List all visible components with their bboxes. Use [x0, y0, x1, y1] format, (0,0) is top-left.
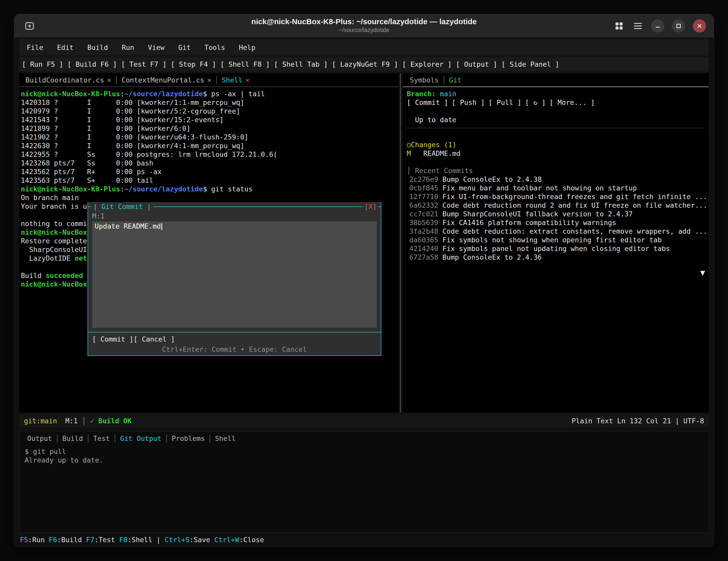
text-segment: succeeded	[46, 272, 83, 279]
text-segment: |	[156, 536, 165, 544]
terminal-pane[interactable]: nick@nick-NucBox-K8-Plus:~/source/lazydo…	[19, 87, 399, 413]
maximize-button[interactable]	[672, 19, 685, 33]
tab-separator: │	[207, 434, 213, 442]
close-button[interactable]	[693, 19, 706, 33]
toolbar-button[interactable]: [ Side Panel ]	[501, 60, 559, 68]
main-split: BuildCoordinator.cs×│ContextMenuPortal.c…	[19, 73, 709, 413]
tab-close-icon[interactable]: ×	[107, 76, 111, 84]
toolbar-button[interactable]: [ Shell F8 ]	[220, 60, 270, 68]
commit-message-input[interactable]: Update README.md	[92, 221, 377, 328]
tab-separator: │	[112, 434, 117, 442]
tab-close-icon[interactable]: ×	[207, 76, 212, 84]
menu-item-file[interactable]: File	[20, 44, 50, 51]
commit-item[interactable]: 6727a58 Bump ConsoleEx to 2.4.36	[407, 253, 709, 262]
side-tab-git[interactable]: Git	[446, 76, 464, 84]
hamburger-menu-button[interactable]	[632, 20, 643, 32]
menu-item-run[interactable]: Run	[115, 44, 141, 51]
dialog-close-button[interactable]: [X]	[363, 202, 378, 211]
commit-item[interactable]: da60365 Fix symbols not showing when ope…	[407, 236, 709, 244]
toolbar-button[interactable]: [ Test F7 ]	[121, 60, 167, 68]
text-segment: :Run	[28, 536, 49, 544]
toolbar-button[interactable]: [ Build F6 ]	[67, 60, 117, 68]
git-more-button[interactable]: [ More... ]	[549, 99, 595, 106]
bottom-tab-build[interactable]: Build	[60, 434, 86, 442]
dialog-buttons: [ Commit ][ Cancel ]	[88, 332, 381, 344]
git-commit-button[interactable]: [ Commit ]	[407, 99, 448, 106]
toolbar-button[interactable]: [ Run F5 ]	[22, 60, 63, 68]
commit-hash: 12f7710	[409, 193, 438, 201]
git-refresh-button[interactable]: [ ↻ ]	[525, 99, 546, 106]
text-segment: │	[82, 417, 90, 425]
commit-item[interactable]: 4214240 Fix symbols panel not updating w…	[407, 244, 709, 253]
branch-label: Branch:	[407, 90, 436, 98]
toolbar-button[interactable]: [ Output ]	[456, 60, 497, 68]
commit-item[interactable]: 0cbf845 Fix menu bar and toolbar not sho…	[407, 184, 709, 192]
changes-header[interactable]: ○Changes (1)	[407, 141, 709, 149]
output-panel-tabs: Output│Build│Test│Git Output│Problems│Sh…	[20, 431, 708, 445]
status-right: Plain Text Ln 132 Col 21 | UTF-8	[572, 417, 704, 425]
editor-tab-contextmenuportal-cs[interactable]: ContextMenuPortal.cs×	[119, 76, 214, 84]
new-terminal-button[interactable]	[24, 20, 35, 32]
menu-item-git[interactable]: Git	[171, 44, 198, 51]
toolbar-button[interactable]: [ Shell Tab ]	[274, 60, 328, 68]
commit-item[interactable]: 12f7710 Fix UI-from-background-thread fr…	[407, 192, 709, 201]
bottom-tab-test[interactable]: Test	[91, 434, 112, 442]
dialog-titlebar: | Git Commit | [X]	[88, 202, 381, 211]
output-panel-content[interactable]: $ git pullAlready up to date.	[20, 445, 708, 532]
bottom-tab-output[interactable]: Output	[25, 434, 55, 442]
tab-overview-button[interactable]	[613, 20, 625, 32]
tab-label: ContextMenuPortal.cs	[121, 76, 204, 84]
editor-tab-buildcoordinator-cs[interactable]: BuildCoordinator.cs×	[23, 76, 114, 84]
toolbar-button[interactable]: [ Explorer ]	[402, 60, 452, 68]
cancel-button[interactable]: [ Cancel ]	[134, 335, 175, 343]
output-line: Already up to date.	[25, 456, 703, 465]
bottom-tab-git-output[interactable]: Git Output	[118, 434, 164, 442]
menu-item-tools[interactable]: Tools	[198, 44, 232, 51]
text-segment: git:main	[24, 417, 57, 425]
text-segment: nothing to commi	[21, 220, 87, 228]
minimize-button[interactable]	[651, 19, 664, 33]
commit-item[interactable]: 38b5639 Fix CA1416 platform compatibilit…	[407, 218, 709, 227]
toolbar-button[interactable]: [ LazyNuGet F9 ]	[332, 60, 398, 68]
text-segment: 1421899 ? I 0:00 [kworker/6:0]	[21, 124, 190, 132]
text-cursor	[161, 223, 162, 230]
commit-hash: 0cbf845	[409, 184, 438, 192]
text-segment: F7	[86, 536, 94, 544]
bottom-tab-problems[interactable]: Problems	[169, 434, 207, 442]
commit-hash: 6727a58	[409, 253, 438, 261]
terminal-line: 1423562 pts/7 R+ 0:00 ps -ax	[21, 167, 399, 176]
commit-message: Bump ConsoleEx to 2.4.38	[438, 175, 542, 183]
menu-item-edit[interactable]: Edit	[50, 44, 80, 51]
side-tab-symbols[interactable]: Symbols	[407, 76, 441, 84]
commit-message: Bump SharpConsoleUI fallback version to …	[438, 210, 633, 218]
bottom-tab-shell[interactable]: Shell	[213, 434, 238, 442]
text-segment: F6	[49, 536, 57, 544]
commit-item[interactable]: 2c276e9 Bump ConsoleEx to 2.4.38	[407, 175, 709, 184]
text-segment: :Test	[94, 536, 119, 544]
text-segment: 1420318 ? I 0:00 [kworker/1:1-mm_percpu_…	[21, 99, 244, 106]
changed-file-row[interactable]: M README.md	[407, 149, 709, 158]
text-segment: 1422630 ? I 0:00 [kworker/4:1-mm_percpu_…	[21, 142, 244, 150]
commit-item[interactable]: 3fa2b48 Code debt reduction: extract con…	[407, 227, 709, 236]
menu-item-view[interactable]: View	[141, 44, 171, 51]
editor-tab-shell[interactable]: Shell×	[219, 76, 252, 84]
git-pull-button[interactable]: [ Pull ]	[488, 99, 522, 106]
terminal-line: 1423268 pts/7 Ss 0:00 bash	[21, 159, 399, 167]
terminal-line: 1421543 ? I 0:00 [kworker/15:2-events]	[21, 116, 399, 124]
toolbar-button[interactable]: [ Stop F4 ]	[171, 60, 216, 68]
text-segment: :Shell	[128, 536, 157, 544]
commit-button[interactable]: [ Commit ]	[92, 335, 134, 343]
output-panel: Output│Build│Test│Git Output│Problems│Sh…	[19, 431, 709, 532]
tab-close-icon[interactable]: ×	[245, 76, 249, 84]
pane-divider[interactable]	[400, 73, 401, 413]
text-segment: $ git status	[203, 185, 253, 193]
scroll-down-icon[interactable]: ▼	[700, 268, 705, 277]
git-push-button[interactable]: [ Push ]	[452, 99, 485, 106]
commit-item[interactable]: cc7c021 Bump SharpConsoleUI fallback ver…	[407, 210, 709, 218]
tab-separator: │	[55, 434, 60, 442]
text-segment: 1421543 ? I 0:00 [kworker/15:2-events]	[21, 116, 224, 124]
menu-item-build[interactable]: Build	[80, 44, 115, 51]
commit-item[interactable]: 6a62332 Code debt reduction round 2 and …	[407, 201, 709, 210]
menu-item-help[interactable]: Help	[232, 44, 262, 51]
editor-tabs: BuildCoordinator.cs×│ContextMenuPortal.c…	[19, 73, 399, 87]
